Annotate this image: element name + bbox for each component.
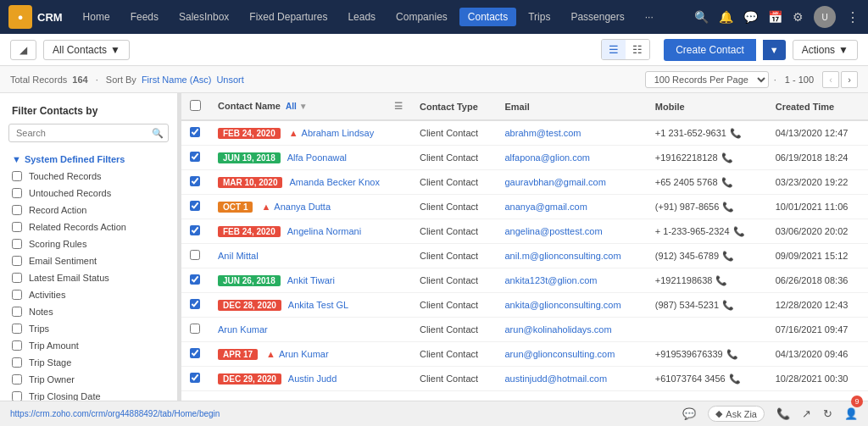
contact-name-link[interactable]: Austin Judd: [288, 373, 337, 384]
nav-fixed-departures[interactable]: Fixed Departures: [241, 8, 336, 26]
phone-call-icon[interactable]: 📞: [729, 373, 741, 385]
trip-owner-checkbox[interactable]: [12, 374, 22, 385]
nav-salesinbox[interactable]: SalesInbox: [170, 8, 237, 26]
phone-call-icon[interactable]: 📞: [722, 251, 734, 262]
grid-icon[interactable]: ⋮: [846, 9, 860, 25]
contact-name-link[interactable]: Arun Kumar: [218, 324, 268, 335]
sidebar-item-activities[interactable]: Activities: [0, 286, 177, 303]
next-page-button[interactable]: ›: [841, 71, 858, 88]
share-bottom-icon[interactable]: ↗: [802, 407, 811, 420]
contact-name-link[interactable]: Ankita Test GL: [288, 300, 348, 310]
kanban-view-button[interactable]: ☷: [626, 40, 649, 59]
phone-call-icon[interactable]: 📞: [715, 275, 727, 286]
email-header[interactable]: Email: [497, 93, 647, 120]
sidebar-item-touched-records[interactable]: Touched Records: [0, 168, 177, 185]
row-checkbox[interactable]: [190, 274, 200, 285]
phone-call-icon[interactable]: 📞: [721, 152, 733, 163]
list-view-button[interactable]: ☰: [602, 40, 626, 59]
nav-trips[interactable]: Trips: [520, 8, 559, 26]
mobile-header[interactable]: Mobile: [647, 93, 767, 120]
contact-name-link[interactable]: Alfa Poonawal: [287, 152, 347, 163]
nav-feeds[interactable]: Feeds: [122, 8, 167, 26]
zia-button[interactable]: ◆ Ask Zia: [708, 406, 765, 422]
accessibility-icon[interactable]: 👤 9: [844, 407, 858, 420]
sidebar-item-notes[interactable]: Notes: [0, 303, 177, 320]
notes-checkbox[interactable]: [12, 307, 22, 317]
email-cell[interactable]: arun@glionconsulting.com: [497, 342, 647, 367]
scoring-rules-checkbox[interactable]: [12, 239, 22, 249]
phone-bottom-icon[interactable]: 📞: [776, 407, 790, 420]
sidebar-item-email-sentiment[interactable]: Email Sentiment: [0, 252, 177, 269]
column-filter-icon[interactable]: ▼: [299, 102, 308, 111]
calendar-icon[interactable]: 📅: [768, 10, 782, 24]
nav-passengers[interactable]: Passengers: [562, 8, 632, 26]
record-action-checkbox[interactable]: [12, 205, 22, 215]
email-cell[interactable]: ananya@gmail.com: [497, 195, 647, 219]
sidebar-search-icon[interactable]: 🔍: [152, 128, 164, 139]
all-contacts-button[interactable]: All Contacts ▼: [43, 40, 130, 60]
email-cell[interactable]: ankita@glionconsulting.com: [497, 293, 647, 318]
latest-email-status-checkbox[interactable]: [12, 273, 22, 283]
trip-closing-date-checkbox[interactable]: [12, 391, 22, 401]
contact-name-link[interactable]: Abraham Lindsay: [302, 128, 375, 138]
email-cell[interactable]: anil.m@glionconsulting.com: [497, 244, 647, 268]
contact-type-header[interactable]: Contact Type: [411, 93, 497, 120]
chat-bottom-icon[interactable]: 💬: [682, 407, 696, 420]
contact-name-link[interactable]: Anil Mittal: [218, 251, 259, 261]
sidebar-item-record-action[interactable]: Record Action: [0, 202, 177, 219]
actions-button[interactable]: Actions ▼: [793, 40, 858, 60]
unsort-link[interactable]: Unsort: [216, 75, 243, 85]
email-cell[interactable]: alfapona@glion.com: [497, 146, 647, 170]
sort-field-link[interactable]: First Name (Asc): [142, 75, 212, 85]
nav-home[interactable]: Home: [75, 8, 119, 26]
row-checkbox[interactable]: [190, 373, 200, 383]
phone-call-icon[interactable]: 📞: [730, 128, 742, 139]
create-contact-button[interactable]: Create Contact: [664, 39, 756, 61]
refresh-bottom-icon[interactable]: ↻: [823, 407, 832, 420]
filter-button[interactable]: ◢: [10, 40, 36, 60]
row-checkbox[interactable]: [190, 299, 200, 309]
column-settings-icon[interactable]: ☰: [394, 101, 403, 112]
row-checkbox[interactable]: [190, 348, 200, 358]
activities-checkbox[interactable]: [12, 290, 22, 300]
row-checkbox[interactable]: [190, 176, 200, 186]
untouched-records-checkbox[interactable]: [12, 188, 22, 198]
touched-records-checkbox[interactable]: [12, 171, 22, 181]
contact-name-link[interactable]: Ankit Tiwari: [287, 275, 335, 285]
phone-call-icon[interactable]: 📞: [722, 202, 734, 213]
email-cell[interactable]: arun@kolinaholidays.com: [497, 318, 647, 342]
related-records-action-checkbox[interactable]: [12, 222, 22, 232]
select-all-checkbox[interactable]: [190, 100, 201, 111]
nav-companies[interactable]: Companies: [387, 8, 456, 26]
nav-contacts[interactable]: Contacts: [459, 8, 516, 26]
sidebar-item-trips[interactable]: Trips: [0, 320, 177, 337]
phone-call-icon[interactable]: 📞: [733, 226, 745, 237]
contact-name-link[interactable]: Angelina Normani: [287, 226, 361, 236]
row-checkbox[interactable]: [190, 250, 200, 260]
created-time-header[interactable]: Created Time: [767, 93, 868, 120]
nav-more[interactable]: ···: [637, 8, 662, 26]
contact-name-link[interactable]: Ananya Dutta: [274, 202, 331, 212]
contact-name-header[interactable]: Contact Name All ▼ ☰: [209, 93, 411, 120]
settings-icon[interactable]: ⚙: [793, 10, 804, 24]
sidebar-item-trip-closing-date[interactable]: Trip Closing Date: [0, 388, 177, 401]
email-cell[interactable]: angelina@posttest.com: [497, 219, 647, 244]
phone-call-icon[interactable]: 📞: [722, 300, 734, 311]
chat-icon[interactable]: 💬: [743, 10, 758, 24]
trips-checkbox[interactable]: [12, 324, 22, 334]
per-page-select[interactable]: 100 Records Per Page: [645, 71, 769, 88]
sidebar-item-trip-owner[interactable]: Trip Owner: [0, 371, 177, 388]
email-cell[interactable]: abrahm@test.com: [497, 120, 647, 146]
trip-amount-checkbox[interactable]: [12, 340, 22, 351]
sidebar-item-latest-email-status[interactable]: Latest Email Status: [0, 269, 177, 286]
trip-stage-checkbox[interactable]: [12, 357, 22, 368]
search-icon[interactable]: 🔍: [694, 10, 709, 24]
sidebar-item-trip-amount[interactable]: Trip Amount: [0, 337, 177, 354]
phone-call-icon[interactable]: 📞: [726, 349, 738, 360]
sidebar-item-related-records-action[interactable]: Related Records Action: [0, 219, 177, 235]
row-checkbox[interactable]: [190, 152, 200, 162]
contact-name-link[interactable]: Amanda Becker Knox: [289, 177, 379, 187]
contact-name-link[interactable]: Arun Kumar: [279, 349, 329, 359]
row-checkbox[interactable]: [190, 201, 200, 211]
row-checkbox[interactable]: [190, 225, 200, 235]
